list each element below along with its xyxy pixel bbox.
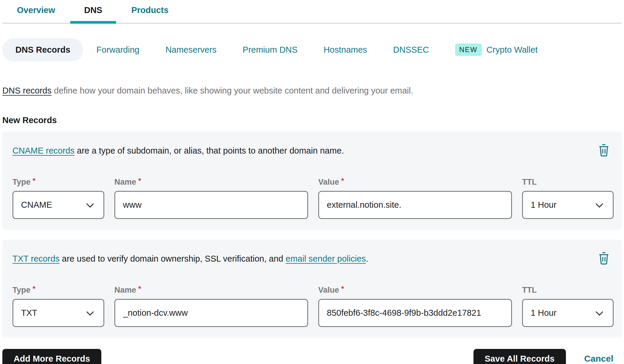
dns-subtabs: DNS Records Forwarding Nameservers Premi… <box>2 37 622 63</box>
txt-records-link[interactable]: TXT records <box>12 254 60 263</box>
intro-text: DNS records define how your domain behav… <box>2 85 622 96</box>
record-fields: Type* TXT Name* Value* TTL 1 Hour <box>12 286 614 327</box>
subtab-crypto-wallet[interactable]: NEW Crypto Wallet <box>442 37 551 63</box>
delete-record-button[interactable] <box>596 142 612 160</box>
tab-products[interactable]: Products <box>117 0 183 23</box>
value-label: Value* <box>318 178 512 187</box>
subtab-hostnames[interactable]: Hostnames <box>311 38 380 62</box>
field-ttl: TTL 1 Hour <box>522 178 614 219</box>
name-input[interactable] <box>114 299 308 327</box>
name-label: Name* <box>114 286 308 295</box>
tab-overview[interactable]: Overview <box>2 0 70 23</box>
record-fields: Type* CNAME Name* Value* TTL 1 Hour <box>12 178 614 219</box>
footer-actions: Add More Records Save All Records Cancel <box>2 349 622 364</box>
required-asterisk: * <box>138 177 141 185</box>
trash-icon <box>598 144 610 157</box>
ttl-label: TTL <box>522 286 614 295</box>
subtab-crypto-wallet-label: Crypto Wallet <box>487 45 538 55</box>
chevron-down-icon <box>86 200 94 207</box>
subtab-forwarding[interactable]: Forwarding <box>83 38 152 62</box>
field-value: Value* <box>318 286 512 327</box>
ttl-label: TTL <box>522 178 614 187</box>
footer-right-group: Save All Records Cancel <box>473 349 622 364</box>
ttl-select-value: 1 Hour <box>531 308 556 318</box>
name-input[interactable] <box>114 191 308 219</box>
domain-tabbar: Overview DNS Products <box>2 0 622 24</box>
type-label: Type* <box>12 286 104 295</box>
record-description: TXT records are used to verify domain ow… <box>12 250 368 265</box>
dns-management-page: Overview DNS Products DNS Records Forwar… <box>2 0 622 364</box>
type-select[interactable]: CNAME <box>12 191 104 219</box>
record-card-cname: CNAME records are a type of subdomain, o… <box>2 132 622 230</box>
card-header: CNAME records are a type of subdomain, o… <box>12 142 614 160</box>
value-input[interactable] <box>318 299 512 327</box>
field-name: Name* <box>114 178 308 219</box>
ttl-select-value: 1 Hour <box>531 200 556 210</box>
chevron-down-icon <box>596 200 603 207</box>
ttl-select[interactable]: 1 Hour <box>522 191 614 219</box>
field-type: Type* CNAME <box>12 178 104 219</box>
chevron-down-icon <box>596 308 603 315</box>
required-asterisk: * <box>33 285 35 293</box>
type-select[interactable]: TXT <box>12 299 104 327</box>
subtab-dns-records[interactable]: DNS Records <box>2 38 83 62</box>
tab-dns[interactable]: DNS <box>70 0 117 23</box>
save-all-records-button[interactable]: Save All Records <box>473 349 566 364</box>
required-asterisk: * <box>138 285 141 293</box>
subtab-nameservers[interactable]: Nameservers <box>152 38 229 62</box>
type-select-value: TXT <box>21 308 37 318</box>
email-sender-policies-link[interactable]: email sender policies <box>286 254 366 263</box>
subtab-premium-dns[interactable]: Premium DNS <box>230 38 311 62</box>
field-name: Name* <box>114 286 308 327</box>
delete-record-button[interactable] <box>596 250 612 268</box>
required-asterisk: * <box>341 285 344 293</box>
intro-text-rest: define how your domain behaves, like sho… <box>52 86 413 95</box>
card-header: TXT records are used to verify domain ow… <box>12 250 614 268</box>
type-select-value: CNAME <box>21 200 52 210</box>
subtab-dnssec[interactable]: DNSSEC <box>380 38 442 62</box>
required-asterisk: * <box>341 177 344 185</box>
add-more-records-button[interactable]: Add More Records <box>2 349 101 364</box>
cname-records-link[interactable]: CNAME records <box>12 146 75 155</box>
field-value: Value* <box>318 178 512 219</box>
value-input[interactable] <box>318 191 512 219</box>
type-label: Type* <box>12 178 104 187</box>
dns-records-link[interactable]: DNS records <box>2 86 52 95</box>
required-asterisk: * <box>33 177 35 185</box>
field-ttl: TTL 1 Hour <box>522 286 614 327</box>
value-label: Value* <box>318 286 512 295</box>
record-description: CNAME records are a type of subdomain, o… <box>12 142 344 157</box>
name-label: Name* <box>114 178 308 187</box>
new-records-heading: New Records <box>2 115 622 125</box>
field-type: Type* TXT <box>12 286 104 327</box>
ttl-select[interactable]: 1 Hour <box>522 299 614 327</box>
record-card-txt: TXT records are used to verify domain ow… <box>2 240 622 338</box>
cancel-link[interactable]: Cancel <box>584 354 613 364</box>
trash-icon <box>598 252 610 265</box>
chevron-down-icon <box>86 308 94 315</box>
new-badge: NEW <box>455 44 482 56</box>
